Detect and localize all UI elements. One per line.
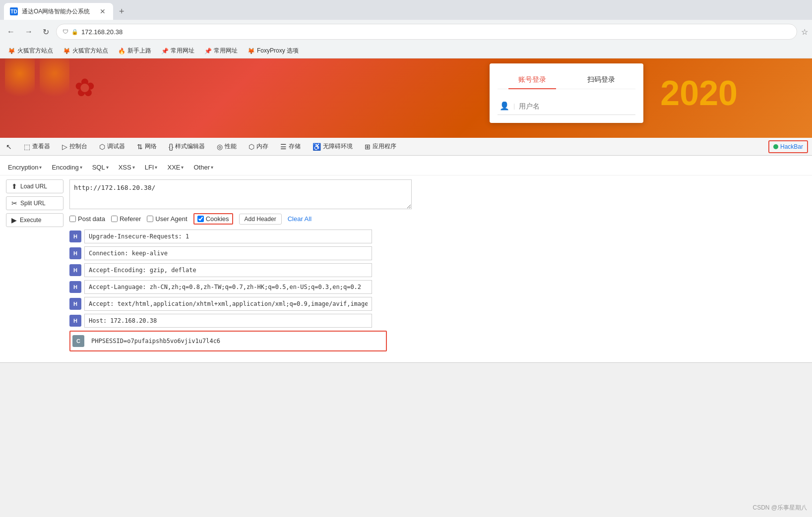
xss-menu[interactable]: XSS ▾ [115,162,139,173]
devtools-inspector[interactable]: ⬚ 查看器 [22,139,52,154]
execute-button[interactable]: ▶ Execute [6,213,63,227]
cursor-icon: ↖ [6,143,12,151]
hackbar-right-panel: Post data Referer User Agent Cookies A [69,175,812,358]
load-url-button[interactable]: ⬆ Load URL [6,179,63,193]
add-header-button[interactable]: Add Header [239,214,282,225]
encoding-label: Encoding [52,164,78,171]
encoding-menu[interactable]: Encoding ▾ [48,162,86,173]
devtools-application[interactable]: ⊞ 应用程序 [363,139,398,154]
browser-chrome: TD 通达OA网络智能办公系统 ✕ + ← → ↻ 🛡 🔒 172.168.20… [0,0,812,58]
cookie-row: C [69,331,387,351]
header-value-input[interactable] [84,230,372,243]
bookmark-icon: 🦊 [63,48,70,55]
hackbar-main: ⬆ Load URL ✂ Split URL ▶ Execute [0,175,812,358]
bookmark-item-5[interactable]: 📌 常用网址 [200,46,242,56]
header-type-label: H [69,247,81,259]
encryption-menu[interactable]: Encryption ▾ [4,162,46,173]
reload-button[interactable]: ↻ [40,24,52,40]
qr-login-tab[interactable]: 扫码登录 [577,71,625,89]
hackbar-left-panel: ⬆ Load URL ✂ Split URL ▶ Execute [0,175,69,358]
header-value-input[interactable] [84,246,372,260]
forward-button[interactable]: → [22,24,36,39]
header-row: H [69,263,806,277]
referer-checkbox-label[interactable]: Referer [111,215,141,223]
upload-icon: ⬆ [11,182,17,190]
account-login-tab[interactable]: 账号登录 [508,71,556,89]
bookmark-item-4[interactable]: 📌 常用网址 [157,46,198,56]
header-type-label: H [69,298,81,310]
devtools-cursor[interactable]: ↖ [4,140,14,154]
memory-label: 内存 [256,142,268,151]
user-agent-checkbox-label[interactable]: User Agent [147,215,187,223]
devtools-memory[interactable]: ⬡ 内存 [247,139,270,154]
address-bar[interactable]: 🛡 🔒 172.168.20.38 [56,24,797,40]
hackbar-status-dot [773,144,778,149]
bookmark-item-6[interactable]: 🦊 FoxyProxy 选项 [244,46,303,56]
xxe-arrow-icon: ▾ [181,165,184,170]
username-row: 👤 | [498,97,635,115]
tab-close-button[interactable]: ✕ [98,7,107,16]
split-url-button[interactable]: ✂ Split URL [6,196,63,210]
sql-menu[interactable]: SQL ▾ [88,162,113,173]
devtools-network[interactable]: ⇅ 网络 [135,139,159,154]
bookmark-star-icon[interactable]: ☆ [801,27,808,37]
perf-label: 性能 [225,142,237,151]
console-icon: ▷ [62,143,67,151]
header-value-input[interactable] [84,280,372,294]
login-tabs: 账号登录 扫码登录 [498,71,635,89]
user-agent-checkbox[interactable] [147,216,153,222]
banner: ✿ 2020 恭贺新春 账号登录 扫码登录 👤 | [0,58,812,138]
post-data-checkbox[interactable] [69,216,76,222]
bookmark-item-3[interactable]: 🔥 新手上路 [114,46,155,56]
foxy-icon: 🦊 [248,48,255,55]
user-agent-label: User Agent [155,215,187,223]
devtools-accessibility[interactable]: ♿ 无障碍环境 [311,139,355,154]
clear-all-link[interactable]: Clear All [288,215,312,223]
back-button[interactable]: ← [4,24,18,39]
lfi-menu[interactable]: LFI ▾ [141,162,162,173]
tab-title: 通达OA网络智能办公系统 [22,7,94,16]
bookmark-label: 新手上路 [127,47,151,55]
shield-icon: 🛡 [62,28,68,35]
lfi-arrow-icon: ▾ [155,165,157,170]
xxe-label: XXE [167,164,180,171]
cookie-input[interactable] [87,334,384,348]
cookie-type-label: C [72,335,84,347]
post-data-checkbox-label[interactable]: Post data [69,215,105,223]
split-icon: ✂ [11,199,17,207]
tab-bar: TD 通达OA网络智能办公系统 ✕ + [0,0,812,20]
other-menu[interactable]: Other ▾ [189,162,217,173]
header-value-input[interactable] [84,297,372,311]
bookmark-item-2[interactable]: 🦊 火狐官方站点 [59,46,112,56]
storage-icon: ☰ [280,143,287,151]
browser-tab[interactable]: TD 通达OA网络智能办公系统 ✕ [4,3,113,20]
header-row: H [69,314,806,328]
page-content: ✿ 2020 恭贺新春 账号登录 扫码登录 👤 | ↖ ⬚ 查看器 ▷ [0,58,812,363]
bookmark-label: FoxyProxy 选项 [257,47,299,55]
bookmark-label: 常用网址 [171,47,194,55]
new-tab-button[interactable]: + [115,4,128,19]
encoding-arrow-icon: ▾ [80,165,82,170]
bookmark-item-1[interactable]: 🦊 火狐官方站点 [4,46,57,56]
lock-icon: 🔒 [71,29,78,35]
cookies-checkbox[interactable] [197,216,204,222]
devtools-storage[interactable]: ☰ 存储 [278,139,303,154]
cookies-checkbox-label[interactable]: Cookies [193,213,233,225]
url-textarea[interactable] [69,179,412,209]
header-row: H [69,246,806,260]
network-icon: ⇅ [137,143,143,151]
header-value-input[interactable] [84,263,372,277]
devtools-style-editor[interactable]: {} 样式编辑器 [167,139,207,154]
header-row: H [69,297,806,311]
devtools-performance[interactable]: ◎ 性能 [215,139,239,154]
devtools-console[interactable]: ▷ 控制台 [60,139,89,154]
user-icon: 👤 [500,101,509,111]
inspector-icon: ⬚ [24,143,30,151]
hackbar-tab[interactable]: HackBar [768,140,808,153]
devtools-debugger[interactable]: ⬡ 调试器 [97,139,127,154]
header-value-input[interactable] [84,314,372,328]
xxe-menu[interactable]: XXE ▾ [163,162,187,173]
referer-checkbox[interactable] [111,216,118,222]
lfi-label: LFI [145,164,154,171]
username-input[interactable] [519,102,633,110]
